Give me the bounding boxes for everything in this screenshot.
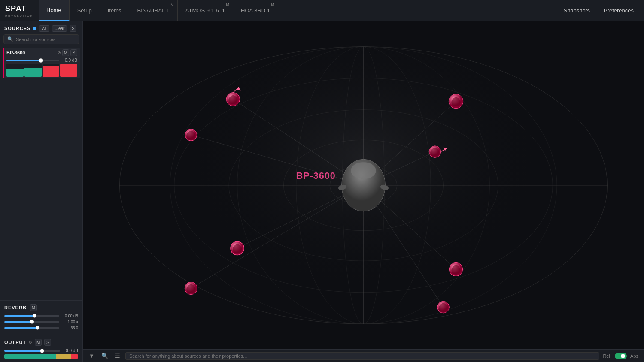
output-gain-value: 0.0 dB <box>63 348 78 353</box>
grid-svg: BP-3600 <box>83 21 644 349</box>
source-vu-meters <box>6 64 77 77</box>
output-section: OUTPUT ⊘ M S 0.0 dB <box>0 335 82 362</box>
tab-binaural[interactable]: M BINAURAL 1 <box>129 0 177 21</box>
all-button[interactable]: All <box>39 25 49 32</box>
output-s-button[interactable]: S <box>44 339 51 346</box>
reverb-header: REVERB M <box>4 304 78 311</box>
sources-title: SOURCES <box>4 26 30 31</box>
search-input[interactable] <box>16 37 75 42</box>
tab-items[interactable]: Items <box>100 0 130 21</box>
reverb-val-2: 1.00 x <box>62 320 78 324</box>
meter-col-3 <box>43 64 60 77</box>
source-gain-value: 0.0 dB <box>62 58 77 63</box>
abs-label: Abs. <box>630 353 640 359</box>
s-button[interactable]: S <box>70 25 76 32</box>
meter-col-4 <box>60 64 77 77</box>
nav-right: Snapshots Preferences <box>557 5 644 16</box>
tab-home[interactable]: Home <box>39 0 70 21</box>
meter-col-1 <box>6 64 24 77</box>
rel-abs-toggle[interactable] <box>615 353 627 359</box>
main-canvas[interactable]: BP-3600 <box>83 21 644 349</box>
logo-area: SPAT REVOLUTION ☰ <box>0 4 39 17</box>
source-item-header: BP-3600 ⊘ M S <box>6 49 77 56</box>
meter-col-2 <box>24 64 42 77</box>
reverb-slider-3-row: 65.0 <box>4 326 78 330</box>
output-m-button[interactable]: M <box>35 339 42 346</box>
snapshots-button[interactable]: Snapshots <box>557 5 595 16</box>
svg-point-22 <box>351 162 376 179</box>
chevron-down-icon[interactable]: ▼ <box>87 352 96 360</box>
svg-text:BP-3600: BP-3600 <box>296 171 336 181</box>
rel-label: Rel. <box>603 353 611 359</box>
clear-button[interactable]: Clear <box>52 25 67 32</box>
source-gain-slider[interactable] <box>6 60 59 61</box>
sources-active-dot <box>33 27 36 30</box>
bottom-menu-icon[interactable]: ☰ <box>113 352 122 360</box>
reverb-title: REVERB <box>4 305 27 310</box>
sources-search-bar[interactable]: 🔍 <box>3 34 79 44</box>
output-gain-row: 0.0 dB <box>4 348 78 353</box>
top-navigation: SPAT REVOLUTION ☰ Home Setup Items M BIN… <box>0 0 644 21</box>
source-bypass-icon[interactable]: ⊘ <box>58 51 61 55</box>
reverb-val-3: 65.0 <box>62 326 78 330</box>
nav-tabs: Home Setup Items M BINAURAL 1 M ATMOS 9.… <box>39 0 278 21</box>
sidebar: SOURCES All Clear S 🔍 BP-3600 ⊘ M S 0.0 … <box>0 21 83 362</box>
output-title: OUTPUT <box>4 340 26 345</box>
tab-setup[interactable]: Setup <box>70 0 100 21</box>
reverb-slider-3[interactable] <box>4 327 59 329</box>
output-gain-slider[interactable] <box>4 350 60 352</box>
output-bypass-icon[interactable]: ⊘ <box>29 340 32 344</box>
search-icon: 🔍 <box>7 36 13 42</box>
sources-header: SOURCES All Clear S <box>0 21 82 34</box>
tab-atmos[interactable]: M ATMOS 9.1.6. 1 <box>178 0 233 21</box>
reverb-m-button[interactable]: M <box>30 304 37 311</box>
source-name: BP-3600 <box>6 50 56 55</box>
source-m-button[interactable]: M <box>62 49 69 56</box>
reverb-slider-2[interactable] <box>4 321 59 323</box>
reverb-slider-2-row: 1.00 x <box>4 320 78 324</box>
source-item-bp3600[interactable]: BP-3600 ⊘ M S 0.0 dB <box>3 48 80 78</box>
bottom-bar: ▼ 🔍 ☰ Rel. Abs. <box>83 349 644 362</box>
reverb-slider-1[interactable] <box>4 315 59 317</box>
tab-hoa[interactable]: M HOA 3RD 1 <box>233 0 278 21</box>
source-gain-row: 0.0 dB <box>6 58 77 63</box>
reverb-slider-1-row: 0.00 dB <box>4 314 78 318</box>
reverb-section: REVERB M 0.00 dB 1.00 x 65.0 <box>0 300 82 335</box>
bottom-search-input[interactable] <box>125 352 600 360</box>
reverb-val-1: 0.00 dB <box>62 314 78 318</box>
output-meter <box>4 354 78 359</box>
source-s-button[interactable]: S <box>70 49 77 56</box>
output-header: OUTPUT ⊘ M S <box>4 339 78 346</box>
preferences-button[interactable]: Preferences <box>598 5 640 16</box>
bottom-right-area: Rel. Abs. <box>603 353 640 359</box>
bottom-search-icon[interactable]: 🔍 <box>100 352 110 360</box>
source-controls: ⊘ M S <box>58 49 77 56</box>
viz-container: BP-3600 <box>83 21 644 349</box>
logo: SPAT REVOLUTION <box>5 4 33 17</box>
